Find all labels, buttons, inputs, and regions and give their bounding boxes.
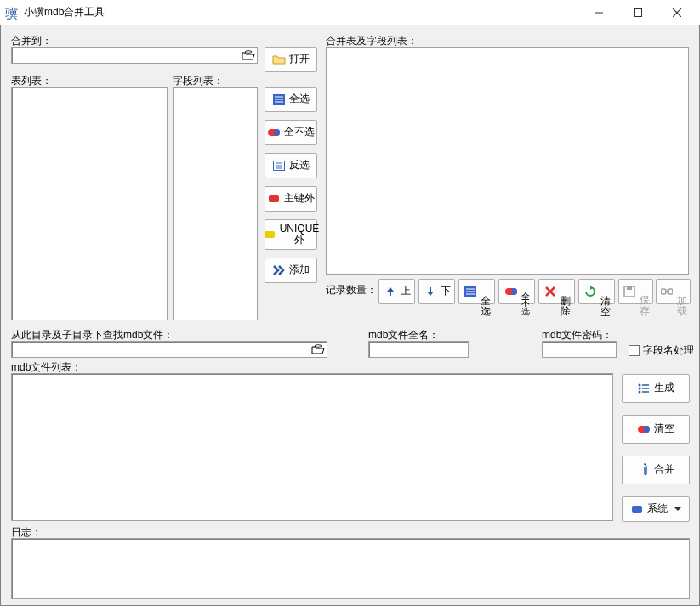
up-label: 上 (401, 286, 411, 297)
select-none-button[interactable]: 全不选 (265, 120, 317, 145)
svg-point-31 (639, 384, 641, 387)
svg-rect-10 (274, 129, 280, 136)
row-select-all-label: 全 选 (481, 287, 491, 297)
pill-icon (637, 422, 651, 436)
svg-point-30 (315, 345, 322, 348)
client-area: 合并到： 表列表： 字段列表： 打开 全选 全不选 反选 主键外 (0, 25, 700, 606)
link-icon (660, 285, 674, 298)
row-select-all-button[interactable]: 全 选 (458, 279, 495, 304)
clear2-button[interactable]: 清空 (622, 415, 690, 444)
folder-open-icon[interactable] (311, 344, 325, 354)
list-outline-icon (272, 159, 286, 173)
clear-button[interactable]: 清 空 (578, 279, 615, 304)
svg-point-33 (639, 391, 641, 394)
window-title: 小骥mdb合并工具 (24, 5, 579, 20)
merge-label: 合并 (654, 464, 674, 475)
except-pk-button[interactable]: 主键外 (265, 186, 317, 212)
svg-rect-1 (635, 8, 642, 16)
system-button[interactable]: 系统 (622, 496, 690, 522)
maximize-button[interactable] (618, 0, 657, 25)
search-dir-input[interactable] (11, 341, 327, 358)
paperclip-icon (637, 463, 651, 477)
merge-to-input[interactable] (11, 47, 258, 64)
merge-table-field-list[interactable] (326, 47, 689, 275)
row-select-none-label: 全 不 选 (521, 285, 530, 299)
merge-button[interactable]: 合并 (622, 456, 690, 484)
red-block-icon (267, 192, 281, 206)
floppy-icon (623, 285, 636, 298)
table-list[interactable] (11, 87, 168, 320)
blue-block-icon (630, 502, 644, 516)
svg-rect-15 (269, 195, 279, 202)
checkbox-box (629, 345, 640, 356)
svg-rect-39 (632, 506, 642, 513)
open-button[interactable]: 打开 (265, 47, 317, 72)
down-button[interactable]: 下 (418, 279, 455, 304)
app-icon: 骥 (5, 6, 19, 20)
fieldname-process-checkbox[interactable]: 字段名处理 (629, 343, 694, 358)
generate-label: 生成 (654, 382, 674, 394)
arrow-down-icon (424, 285, 437, 298)
log-box[interactable] (11, 538, 690, 599)
save-button[interactable]: 保 存 (618, 279, 653, 304)
except-unique-label: UNIQUE 外 (280, 224, 320, 246)
mdb-password-input[interactable] (542, 341, 617, 358)
select-all-label: 全选 (289, 93, 310, 105)
open-button-label: 打开 (289, 54, 310, 65)
down-label: 下 (441, 286, 451, 297)
svg-point-32 (639, 388, 641, 390)
list-blue-icon (464, 285, 477, 298)
svg-rect-26 (627, 286, 632, 290)
clear2-label: 清空 (654, 423, 674, 434)
except-pk-label: 主键外 (284, 193, 315, 204)
load-button[interactable]: 加 载 (656, 279, 691, 304)
list-blue-icon (272, 93, 286, 106)
double-arrow-right-icon (272, 263, 286, 277)
field-list[interactable] (173, 87, 258, 320)
row-select-none-button[interactable]: 全 不 选 (498, 279, 535, 304)
svg-rect-22 (511, 288, 517, 295)
select-none-label: 全不选 (284, 127, 315, 138)
svg-point-4 (245, 51, 252, 54)
system-label: 系统 (647, 503, 668, 514)
except-unique-button[interactable]: UNIQUE 外 (265, 219, 317, 250)
close-button[interactable] (657, 0, 697, 25)
delete-label: 删 除 (561, 287, 571, 297)
up-button[interactable]: 上 (378, 279, 415, 304)
generate-button[interactable]: 生成 (622, 374, 690, 403)
delete-button[interactable]: 删 除 (538, 279, 575, 304)
arrow-up-icon (384, 285, 397, 298)
label-record-count: 记录数量： (326, 283, 377, 297)
chevron-down-icon (674, 507, 681, 511)
clear-label: 清 空 (600, 287, 611, 297)
pill-icon (504, 285, 518, 298)
list-dots-icon (637, 382, 651, 395)
mdb-fullname-input[interactable] (368, 341, 469, 358)
invert-button[interactable]: 反选 (265, 153, 317, 178)
folder-icon (272, 53, 286, 66)
fieldname-process-label: 字段名处理 (643, 343, 694, 358)
pill-icon (267, 126, 281, 139)
titlebar: 骥 小骥mdb合并工具 (0, 0, 700, 25)
load-label: 加 载 (677, 287, 687, 297)
folder-open-icon[interactable] (242, 50, 255, 60)
minimize-button[interactable] (579, 0, 618, 25)
save-label: 保 存 (640, 287, 650, 297)
add-button[interactable]: 添加 (265, 258, 317, 283)
add-label: 添加 (289, 264, 310, 275)
svg-rect-38 (644, 426, 650, 433)
mdb-file-list[interactable] (11, 373, 613, 521)
refresh-icon (583, 285, 597, 298)
select-all-button[interactable]: 全选 (265, 87, 317, 112)
svg-rect-16 (265, 231, 275, 238)
invert-label: 反选 (289, 160, 310, 171)
yellow-block-icon (263, 228, 276, 241)
x-red-icon (543, 285, 557, 298)
